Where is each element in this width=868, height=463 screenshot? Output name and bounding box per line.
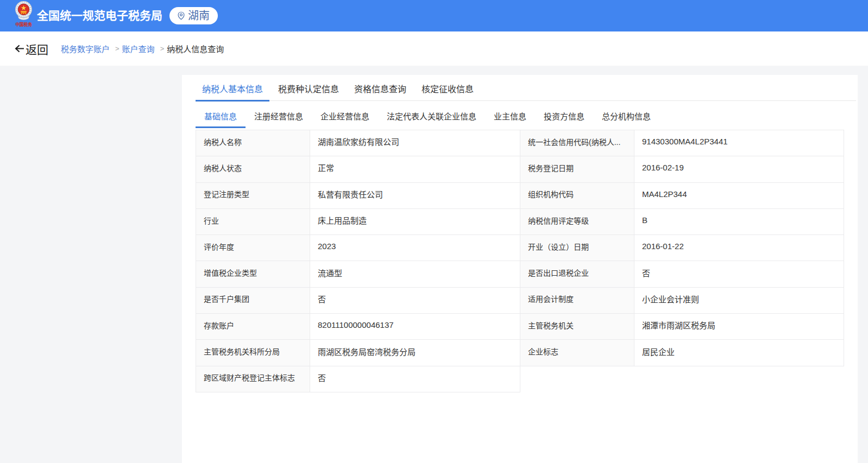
svg-text:中国税务: 中国税务: [15, 22, 32, 27]
